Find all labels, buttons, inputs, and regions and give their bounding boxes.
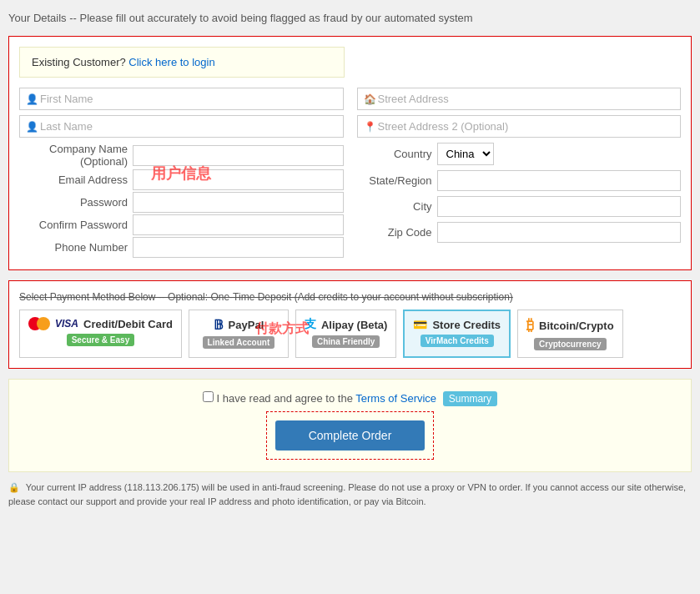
email-label: Email Address xyxy=(19,174,128,186)
payment-title: Select Payment Method Below -- Optional:… xyxy=(19,291,681,303)
city-input[interactable] xyxy=(437,196,682,217)
form-section: Existing Customer? Click here to login 👤… xyxy=(8,36,692,270)
bitcoin-name: Bitcoin/Crypto xyxy=(539,320,614,332)
mastercard-icon xyxy=(28,317,50,330)
store-credits-name: Store Credits xyxy=(432,319,501,331)
alipay-icon: 支 xyxy=(305,317,316,332)
pin-icon: 📍 xyxy=(364,121,376,133)
page-title: Your Details -- Please fill out accurate… xyxy=(8,8,692,28)
email-input[interactable] xyxy=(133,169,344,190)
confirm-password-row: Confirm Password xyxy=(19,214,344,235)
country-row: Country China xyxy=(357,143,682,165)
alipay-name: Alipay (Beta) xyxy=(321,319,387,331)
tos-link[interactable]: Terms of Service xyxy=(355,392,436,405)
confirm-password-label: Confirm Password xyxy=(19,219,128,231)
city-row: City xyxy=(357,196,682,217)
bitcoin-icon: ₿ xyxy=(526,317,534,335)
payment-bitcoin[interactable]: ₿ Bitcoin/Crypto Cryptocurrency xyxy=(517,310,623,358)
building-icon: 🏠 xyxy=(364,93,376,105)
ip-notice-text: Your current IP address (118.113.206.175… xyxy=(8,482,686,506)
street2-input[interactable] xyxy=(357,115,682,138)
ip-notice: 🔒 Your current IP address (118.113.206.1… xyxy=(8,481,692,508)
credit-card-badge: Secure & Easy xyxy=(67,334,135,346)
store-credits-label-row: 💳 Store Credits xyxy=(413,318,501,331)
last-name-wrapper: 👤 xyxy=(19,115,344,138)
password-input[interactable] xyxy=(133,192,344,213)
country-label: Country xyxy=(357,148,432,160)
payment-paypal[interactable]: 𝔹 PayPal Linked Account xyxy=(189,310,289,358)
last-name-input[interactable] xyxy=(19,115,344,138)
payment-methods: VISA Credit/Debit Card Secure & Easy 𝔹 P… xyxy=(19,310,681,358)
phone-row: Phone Number xyxy=(19,237,344,258)
right-form: 🏠 📍 Country China State/Region xyxy=(357,88,682,259)
state-row: State/Region xyxy=(357,170,682,191)
alipay-badge: China Friendly xyxy=(312,335,380,348)
bitcoin-badge: Cryptocurrency xyxy=(534,338,606,350)
visa-icon: VISA xyxy=(55,318,78,330)
zip-row: Zip Code xyxy=(357,222,682,243)
payment-section: Select Payment Method Below -- Optional:… xyxy=(8,280,692,369)
terms-checkbox[interactable] xyxy=(203,391,214,402)
password-label: Password xyxy=(19,196,128,209)
email-row: Email Address xyxy=(19,169,344,190)
first-name-wrapper: 👤 xyxy=(19,88,344,110)
complete-order-button[interactable]: Complete Order xyxy=(275,420,426,451)
confirm-password-input[interactable] xyxy=(133,214,344,235)
alipay-label-row: 支 Alipay (Beta) xyxy=(305,317,387,332)
terms-text: I have read and agree to the xyxy=(217,392,353,405)
credit-card-name: Credit/Debit Card xyxy=(83,318,173,330)
payment-alipay[interactable]: 支 Alipay (Beta) China Friendly xyxy=(295,310,396,358)
paypal-name: PayPal xyxy=(229,319,264,331)
country-select[interactable]: China xyxy=(437,143,494,165)
person-icon: 👤 xyxy=(26,93,38,105)
left-form: 👤 👤 用户信息 Company Name (Optional) Email A… xyxy=(19,88,344,259)
first-name-input[interactable] xyxy=(19,88,344,110)
company-row: Company Name (Optional) xyxy=(19,143,344,168)
paypal-label-row: 𝔹 PayPal xyxy=(214,317,264,333)
login-link[interactable]: Click here to login xyxy=(128,56,214,68)
payment-store-credits[interactable]: 💳 Store Credits VirMach Credits xyxy=(403,310,511,358)
terms-section: I have read and agree to the Terms of Se… xyxy=(8,379,692,472)
company-input[interactable] xyxy=(133,145,344,166)
form-grid: 👤 👤 用户信息 Company Name (Optional) Email A… xyxy=(19,88,681,259)
existing-customer-text: Existing Customer? xyxy=(32,56,126,68)
store-credits-icon: 💳 xyxy=(413,318,427,331)
state-input[interactable] xyxy=(437,170,682,191)
state-label: State/Region xyxy=(357,174,432,187)
phone-input[interactable] xyxy=(133,237,344,258)
street-wrapper: 🏠 xyxy=(357,88,682,110)
person2-icon: 👤 xyxy=(26,121,38,133)
lock-icon: 🔒 xyxy=(8,482,20,492)
bitcoin-label-row: ₿ Bitcoin/Crypto xyxy=(526,317,614,335)
street-input[interactable] xyxy=(357,88,682,110)
password-row: Password xyxy=(19,192,344,213)
store-credits-badge: VirMach Credits xyxy=(421,335,494,347)
zip-input[interactable] xyxy=(437,222,682,243)
zip-label: Zip Code xyxy=(357,226,432,239)
payment-credit-card[interactable]: VISA Credit/Debit Card Secure & Easy xyxy=(19,310,182,358)
paypal-badge: Linked Account xyxy=(203,336,275,349)
phone-label: Phone Number xyxy=(19,241,128,254)
order-button-wrapper: Complete Order xyxy=(266,411,435,460)
credit-card-label-row: VISA Credit/Debit Card xyxy=(28,317,173,330)
street2-wrapper: 📍 xyxy=(357,115,682,138)
company-label: Company Name (Optional) xyxy=(19,143,128,168)
paypal-icon: 𝔹 xyxy=(214,317,224,333)
summary-badge[interactable]: Summary xyxy=(443,391,497,406)
city-label: City xyxy=(357,200,432,213)
terms-label: I have read and agree to the Terms of Se… xyxy=(203,392,497,405)
existing-customer-box: Existing Customer? Click here to login xyxy=(19,47,345,78)
